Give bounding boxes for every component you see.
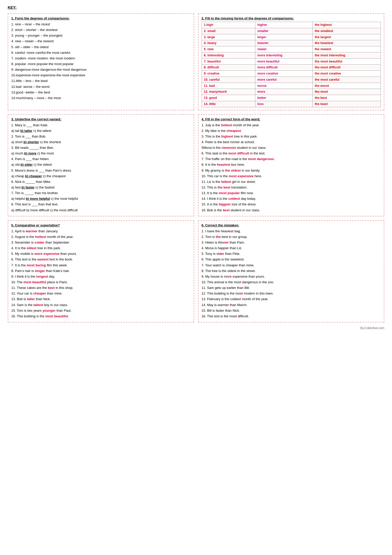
superlative-form: the largest bbox=[312, 34, 380, 40]
comparative-form: more beautiful bbox=[255, 58, 312, 65]
section5-lines: 1. April is warmer than January.2. Augus… bbox=[11, 229, 191, 319]
list-item: 13. It is the most popular film now. bbox=[202, 191, 381, 196]
list-item: 8. The tree is the oldest in the street. bbox=[202, 268, 381, 274]
list-item: 1. Mary is ___ than Kate. bbox=[11, 123, 191, 128]
superlative-form: the most bbox=[312, 89, 380, 95]
superlative-form: the most difficult bbox=[312, 65, 380, 71]
superlative-form: the best bbox=[312, 95, 380, 101]
list-item: 5Mona is the cleverest student in our cl… bbox=[202, 145, 381, 150]
list-item: 14.much/many – more – the most bbox=[11, 96, 191, 101]
list-item: a) much b) more c) the most bbox=[11, 151, 191, 156]
comparative-form: more careful bbox=[255, 77, 312, 83]
list-item: 5. Tony is older than Pete. bbox=[202, 251, 381, 256]
base-form: 4. heavy bbox=[202, 40, 255, 46]
list-item: 16. Bob is the best student in our class… bbox=[202, 208, 381, 213]
list-item: 1. I have the heaviest bag. bbox=[202, 229, 381, 234]
base-form: 6. interesting bbox=[202, 52, 255, 58]
comparative-form: more difficult bbox=[255, 65, 312, 71]
section3-lines: 1. Mary is ___ than Kate.a) tall b) tall… bbox=[11, 123, 191, 213]
list-item: 10. This car is the most expensive here. bbox=[202, 174, 381, 179]
page-title: KEY: bbox=[8, 5, 384, 9]
section4-title: 4. Fill in the correct form of the word: bbox=[202, 117, 381, 121]
comparative-form: heavier bbox=[255, 40, 312, 46]
list-item: 7. The traffic on this road is the most … bbox=[202, 156, 381, 162]
base-form: 3. large bbox=[202, 34, 255, 40]
table-row: 3. largelargerthe largest bbox=[202, 34, 381, 40]
list-item: 5. old – older – the oldest bbox=[11, 45, 191, 50]
comparative-form: less bbox=[255, 101, 312, 107]
superlative-form: the newest bbox=[312, 46, 380, 53]
comparative-form: smaller bbox=[255, 28, 312, 34]
section1-title: 1. Form the degrees of comparisons: bbox=[11, 16, 191, 20]
list-item: 10. The most beautiful place is Paris. bbox=[11, 280, 191, 285]
comparative-form: higher bbox=[255, 22, 312, 28]
list-item: 2. Tom is the best in our group. bbox=[202, 234, 381, 239]
comparative-form: larger bbox=[255, 34, 312, 40]
list-item: 13.good –better – the best bbox=[11, 90, 191, 95]
base-form: 1.high bbox=[202, 22, 255, 28]
table-row: 12. many/muchmorethe most bbox=[202, 89, 381, 95]
table-row: 2. smallsmallerthe smallest bbox=[202, 28, 381, 34]
list-item: 3. November is colder than September. bbox=[11, 240, 191, 245]
list-item: 8. Pam's hair is longer than Kate's hair… bbox=[11, 268, 191, 274]
list-item: 6. Nick is _____ than Mike. bbox=[11, 179, 191, 184]
list-item: 12. Your car is cheaper than mine. bbox=[11, 291, 191, 296]
table-row: 14. littlelessthe least bbox=[202, 101, 381, 107]
table-row: 6. interestingmore interestingthe most i… bbox=[202, 52, 381, 58]
section3-title: 3. Underline the correct variant: bbox=[11, 117, 191, 121]
table-row: 5. newnewerthe newest bbox=[202, 46, 381, 53]
list-item: 15. Bill is faster than Nick. bbox=[202, 308, 381, 313]
list-item: 2. August is the hottest month of the ye… bbox=[11, 234, 191, 239]
superlative-form: the highest bbox=[312, 22, 380, 28]
list-item: 7. Your watch is cheaper than mine. bbox=[202, 263, 381, 268]
list-item: 2. My bike is the cheapest. bbox=[202, 128, 381, 133]
section5-title: 5. Comparative or superlative? bbox=[11, 223, 191, 227]
base-form: 2. small bbox=[202, 28, 255, 34]
list-item: 14. Sam is the tallest boy in our class. bbox=[11, 302, 191, 308]
base-form: 7. beautiful bbox=[202, 58, 255, 65]
list-item: 10.expensive-more expensive-the most exp… bbox=[11, 73, 191, 78]
list-item: 12. This building is the most modern in … bbox=[202, 291, 381, 296]
section6-box: 6. Correct the mistakes: 1. I have the h… bbox=[198, 220, 385, 322]
list-item: 5. My mobile is more expensive than your… bbox=[11, 251, 191, 256]
list-item: 6. careful -more careful-the most carefu… bbox=[11, 50, 191, 55]
list-item: a) fast b) faster c) the fastest bbox=[11, 185, 191, 190]
list-item: 4. It is the oldest tree in this park. bbox=[11, 246, 191, 251]
list-item: 5. Mona's dress is ___ than Pam's dress. bbox=[11, 168, 191, 173]
base-form: 9. creative bbox=[202, 71, 255, 77]
watermark: iSLCollective.com bbox=[8, 326, 384, 330]
base-form: 5. new bbox=[202, 46, 255, 53]
list-item: 16. This building is the most beautiful. bbox=[11, 314, 191, 319]
list-item: 11. These cakes are the best in this sho… bbox=[11, 285, 191, 290]
superlative-form: the most careful bbox=[312, 77, 380, 83]
superlative-form: the heaviest bbox=[312, 40, 380, 46]
superlative-form: the smallest bbox=[312, 28, 380, 34]
list-item: 12. This is the best translation. bbox=[202, 185, 381, 190]
list-item: 11. Sam gets up earlier than Bill. bbox=[202, 285, 381, 290]
section6-title: 6. Correct the mistakes: bbox=[202, 223, 381, 227]
list-item: 9. dangerous-more dangerous-the most dan… bbox=[11, 67, 191, 72]
list-item: 9. I think it is the longest day. bbox=[11, 274, 191, 279]
superlative-form: the worst bbox=[312, 83, 380, 89]
list-item: a) short b) shorter c) the shortest bbox=[11, 140, 191, 145]
table-row: 9. creativemore creativethe most creativ… bbox=[202, 71, 381, 77]
base-form: 13. good bbox=[202, 95, 255, 101]
list-item: 3. young – younger – the youngest bbox=[11, 33, 191, 38]
list-item: 2. Tom is ___ than Bob. bbox=[11, 134, 191, 139]
superlative-form: the most creative bbox=[312, 71, 380, 77]
list-item: 1. July is the hottest month of the year… bbox=[202, 123, 381, 128]
list-item: 14. I think it is the coldest day today. bbox=[202, 196, 381, 201]
table-row: 10. carefulmore carefulthe most careful bbox=[202, 77, 381, 83]
list-item: 4. Pam is ___ than Helen. bbox=[11, 156, 191, 162]
list-item: 15. It is the biggest size of the dress. bbox=[202, 202, 381, 207]
section2-box: 2. Fill in the missing forms of the degr… bbox=[198, 13, 385, 110]
superlative-form: the least bbox=[312, 101, 380, 107]
section3-box: 3. Underline the correct variant: 1. Mar… bbox=[8, 114, 194, 216]
list-item: 8. It is the heaviest box here. bbox=[202, 162, 381, 167]
list-item: a) old b) older c) the oldest bbox=[11, 162, 191, 167]
list-item: 13. Bob is taller than Nick. bbox=[11, 297, 191, 302]
list-item: 9. My granny is the oldest in our family… bbox=[202, 168, 381, 173]
list-item: 16. This test is the most difficult. bbox=[202, 314, 381, 319]
table-row: 11. badworsethe worst bbox=[202, 83, 381, 89]
base-form: 11. bad bbox=[202, 83, 255, 89]
